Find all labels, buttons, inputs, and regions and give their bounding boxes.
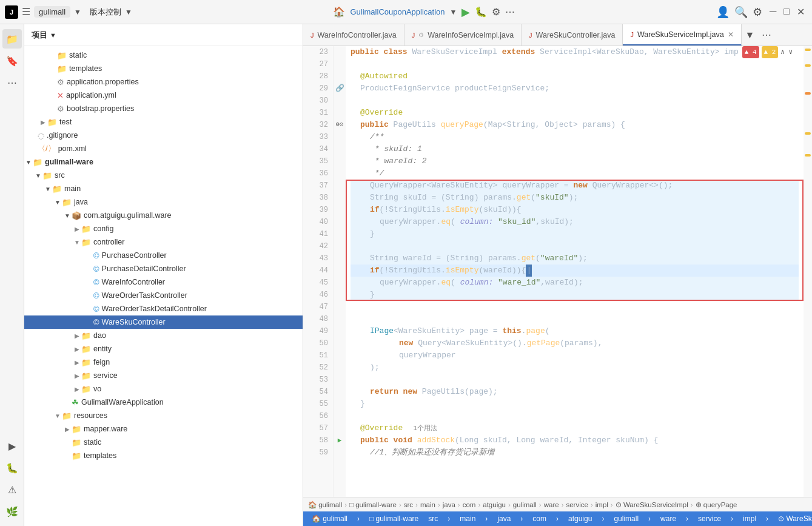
file-tree-dropdown[interactable]: ▼ [50, 32, 56, 39]
minimize-button[interactable]: ─ [767, 6, 779, 18]
breadcrumb-class[interactable]: ⊙ WareSkuServiceImpl [616, 501, 688, 509]
tab-overflow-button[interactable]: ▼ [742, 24, 759, 46]
tree-item-pom[interactable]: 〈/〉 pom.xml [24, 142, 303, 155]
status-project[interactable]: 🏠 gulimall [308, 514, 351, 523]
tree-item-gulimall-ware[interactable]: ▼ 📁 gulimall-ware [24, 155, 303, 169]
tree-arrow[interactable]: ▶ [73, 346, 81, 352]
git-button[interactable]: 🌿 [2, 502, 22, 521]
status-module[interactable]: □ gulimall-ware [366, 514, 422, 523]
breadcrumb-src[interactable]: src [404, 501, 413, 508]
tree-item-templates[interactable]: 📁 templates [24, 62, 303, 75]
tab-ware-sku-controller[interactable]: J WareSkuController.java [522, 24, 623, 46]
breadcrumb-gulimall[interactable]: 🏠 gulimall [308, 501, 342, 509]
problems-button[interactable]: ⚠ [2, 480, 22, 499]
tree-arrow[interactable]: ▼ [73, 239, 81, 246]
tree-arrow[interactable]: ▶ [39, 119, 47, 126]
tree-item-ware-order-task-controller[interactable]: © WareOrderTaskController [24, 289, 303, 302]
coverage-icon[interactable]: ⚙ [492, 6, 500, 18]
user-icon[interactable]: 👤 [716, 5, 730, 19]
gutter-icon-53 [334, 374, 346, 386]
bookmarks-button[interactable]: 🔖 [2, 51, 22, 70]
tree-item-static[interactable]: 📁 static [24, 49, 303, 62]
tree-item-dao[interactable]: ▶ 📁 dao [24, 329, 303, 342]
settings-icon[interactable]: ⚙ [753, 5, 762, 19]
maximize-button[interactable]: □ [781, 6, 792, 18]
tree-item-config[interactable]: ▶ 📁 config [24, 222, 303, 235]
breadcrumb-main[interactable]: main [420, 501, 435, 508]
breadcrumb-ware[interactable]: ware [544, 501, 559, 508]
status-class2[interactable]: ⊙ WareSkuServiceImpl [774, 514, 812, 523]
tree-item-ware-info-controller[interactable]: © WareInfoController [24, 275, 303, 289]
tab-more-button[interactable]: ⋯ [758, 24, 775, 46]
folder-icon: 📁 [72, 438, 81, 447]
tree-arrow[interactable]: ▶ [73, 373, 81, 379]
project-label[interactable]: gulimall [34, 6, 70, 18]
breadcrumb-gulimall2[interactable]: gulimall [513, 501, 537, 508]
tree-item-purchase-controller[interactable]: © PurchaseController [24, 249, 303, 262]
breadcrumb-atguigu[interactable]: atguigu [483, 501, 506, 508]
tree-arrow[interactable]: ▼ [24, 159, 33, 166]
tree-arrow[interactable]: ▼ [53, 199, 62, 206]
hamburger-menu-icon[interactable]: ☰ [22, 6, 30, 18]
tree-item-service[interactable]: ▶ 📁 service [24, 369, 303, 382]
more-run-icon[interactable]: ⋯ [505, 6, 515, 18]
tree-arrow[interactable]: ▶ [73, 332, 81, 339]
tree-item-mapper-ware[interactable]: ▶ 📁 mapper.ware [24, 422, 303, 436]
tree-item-java[interactable]: ▼ 📁 java [24, 195, 303, 209]
tree-item-main[interactable]: ▼ 📁 main [24, 182, 303, 195]
tree-item-purchase-detail-controller[interactable]: © PurchaseDetailController [24, 262, 303, 275]
tree-item-src[interactable]: ▼ 📁 src [24, 169, 303, 182]
run-app-label[interactable]: GulimallCouponApplication [350, 7, 445, 16]
version-dropdown-icon[interactable]: ▼ [125, 8, 132, 16]
tree-item-vo[interactable]: ▶ 📁 vo [24, 382, 303, 396]
debug-icon[interactable]: 🐛 [475, 6, 487, 18]
tree-arrow[interactable]: ▼ [63, 212, 72, 219]
breadcrumb-java[interactable]: java [443, 501, 455, 508]
tree-arrow[interactable]: ▼ [53, 413, 62, 419]
code-content[interactable]: public class WareSkuServiceImpl extends … [346, 46, 804, 497]
tree-item-entity[interactable]: ▶ 📁 entity [24, 342, 303, 356]
tree-item-ware-sku-controller[interactable]: © WareSkuController [24, 315, 303, 329]
tab-ware-info-controller[interactable]: J WareInfoController.java [303, 24, 404, 46]
tree-arrow[interactable]: ▼ [34, 172, 42, 179]
nav-arrows[interactable]: ∧ ∨ [780, 46, 793, 58]
tree-label: PurchaseDetailController [102, 265, 186, 273]
close-button[interactable]: ✕ [794, 6, 807, 18]
status-service[interactable]: service [694, 514, 725, 523]
run-icon[interactable]: ▶ [461, 5, 470, 19]
version-control-label[interactable]: 版本控制 [90, 7, 121, 18]
run-button[interactable]: ▶ [2, 436, 22, 456]
debug-sidebar-button[interactable]: 🐛 [2, 458, 22, 477]
breadcrumb-service[interactable]: service [566, 501, 588, 508]
tree-item-static2[interactable]: 📁 static [24, 436, 303, 449]
tree-item-app-properties[interactable]: ⚙ application.properties [24, 75, 303, 89]
breadcrumb-gulimall-ware[interactable]: □ gulimall-ware [349, 501, 397, 508]
tree-arrow[interactable]: ▶ [73, 359, 81, 366]
tree-item-test[interactable]: ▶ 📁 test [24, 115, 303, 129]
breadcrumb-com[interactable]: com [463, 501, 476, 508]
tab-ware-info-service-impl[interactable]: J ⚙ WareInfoServiceImpl.java [404, 24, 522, 46]
tree-item-controller[interactable]: ▼ 📁 controller [24, 235, 303, 249]
tree-item-bootstrap[interactable]: ⚙ bootstrap.properties [24, 102, 303, 115]
tree-arrow[interactable]: ▶ [73, 386, 81, 393]
tree-item-app-yml[interactable]: ✕ application.yml [24, 89, 303, 102]
app-dropdown-icon[interactable]: ▼ [450, 8, 457, 16]
tree-arrow[interactable]: ▶ [73, 226, 81, 232]
tab-ware-sku-service-impl[interactable]: J WareSkuServiceImpl.java ✕ [623, 24, 741, 46]
tree-item-resources[interactable]: ▼ 📁 resources [24, 409, 303, 422]
tree-item-ware-order-task-detail-controller[interactable]: © WareOrderTaskDetailController [24, 302, 303, 315]
search-icon[interactable]: 🔍 [734, 5, 748, 19]
tab-close-button[interactable]: ✕ [728, 30, 734, 39]
tree-item-feign[interactable]: ▶ 📁 feign [24, 356, 303, 369]
project-view-button[interactable]: 📁 [2, 29, 22, 49]
project-dropdown-icon[interactable]: ▼ [74, 8, 81, 16]
structure-button[interactable]: ⋯ [2, 73, 22, 92]
breadcrumb-method[interactable]: ⊕ queryPage [696, 501, 737, 509]
tree-arrow[interactable]: ▼ [44, 186, 52, 192]
tree-item-gitignore[interactable]: ◌ .gitignore [24, 129, 303, 142]
breadcrumb-impl[interactable]: impl [596, 501, 608, 508]
tree-item-gulimall-ware-app[interactable]: ☘ GulimallWareApplication [24, 396, 303, 409]
tree-item-package[interactable]: ▼ 📦 com.atguigu.gulimall.ware [24, 209, 303, 222]
tree-item-templates2[interactable]: 📁 templates [24, 449, 303, 462]
tree-arrow[interactable]: ▶ [63, 426, 72, 433]
